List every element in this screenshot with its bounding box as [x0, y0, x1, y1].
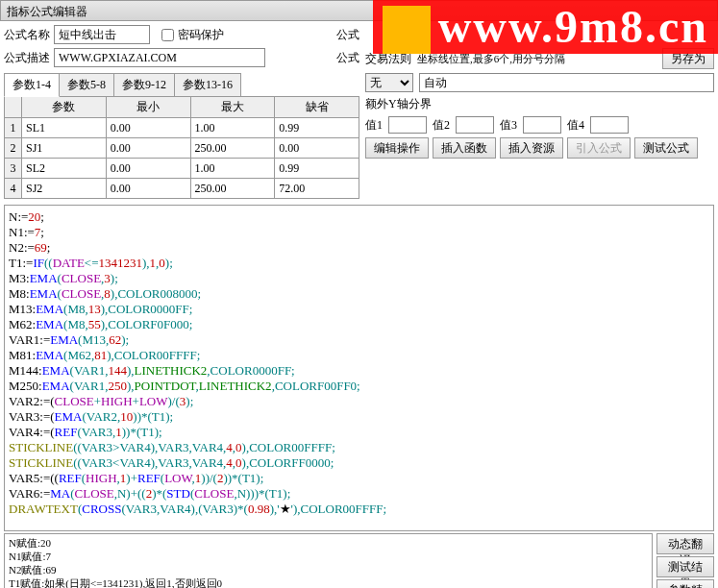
param-tab[interactable]: 参数13-16 [174, 73, 241, 97]
extra-y-label: 额外Y轴分界 [365, 96, 432, 112]
y-val2[interactable] [456, 116, 494, 134]
action-button-bar: 编辑操作插入函数插入资源引入公式测试公式 [365, 137, 714, 159]
formula-label-1: 公式 [336, 27, 359, 43]
action-button[interactable]: 测试公式 [634, 137, 698, 159]
param-cell-input[interactable] [191, 118, 275, 137]
param-cell-input[interactable] [107, 179, 190, 198]
action-button[interactable]: 插入资源 [500, 137, 563, 159]
param-cell-input[interactable] [275, 179, 359, 198]
param-cell-input[interactable] [22, 118, 106, 137]
trade-rule-select[interactable]: 无 [365, 73, 413, 92]
side-button[interactable]: 动态翻译 [656, 533, 714, 554]
param-cell-input[interactable] [275, 159, 359, 178]
watermark-logo [383, 6, 431, 54]
param-tabs: 参数1-4参数5-8参数9-12参数13-16 [4, 73, 359, 97]
formula-desc-label: 公式描述 [4, 50, 50, 66]
param-row: 4 [5, 179, 359, 199]
action-button[interactable]: 编辑操作 [365, 137, 429, 159]
param-cell-input[interactable] [107, 138, 190, 158]
formula-label-2: 公式 [336, 50, 359, 66]
code-editor[interactable]: N:=20;N1:=7;N2:=69;T1:=IF((DATE<=1341231… [4, 205, 714, 531]
param-cell-input[interactable] [107, 159, 190, 178]
side-button[interactable]: 测试结果 [656, 556, 714, 577]
side-button[interactable]: 参数精灵 [656, 579, 714, 588]
param-cell-input[interactable] [22, 138, 106, 158]
y-val3[interactable] [523, 116, 561, 134]
side-button-bar: 动态翻译测试结果参数精灵用法注释 [656, 533, 714, 588]
param-row: 1 [5, 118, 359, 138]
formula-desc-input[interactable] [54, 48, 265, 67]
param-row: 3 [5, 159, 359, 179]
action-button[interactable]: 引入公式 [567, 137, 631, 159]
param-tab[interactable]: 参数9-12 [113, 73, 175, 97]
param-cell-input[interactable] [22, 179, 106, 198]
param-cell-input[interactable] [107, 118, 190, 137]
password-protect-checkbox[interactable]: 密码保护 [161, 27, 224, 43]
param-cell-input[interactable] [275, 138, 359, 158]
output-panel: N赋值:20N1赋值:7N2赋值:69T1赋值:如果(日期<=1341231),… [4, 533, 653, 588]
y-val1[interactable] [388, 116, 427, 134]
param-cell-input[interactable] [191, 159, 275, 178]
y-val4[interactable] [590, 116, 629, 134]
param-row: 2 [5, 138, 359, 159]
param-cell-input[interactable] [191, 138, 275, 158]
formula-name-input[interactable] [54, 25, 150, 44]
trade-rule-auto-input[interactable] [419, 73, 714, 92]
param-cell-input[interactable] [191, 179, 275, 198]
param-tab[interactable]: 参数1-4 [4, 73, 60, 97]
window-title: 指标公式编辑器 [7, 5, 87, 18]
watermark: www.9m8.cn [373, 0, 718, 54]
param-table: 参数最小最大缺省 1234 [4, 96, 359, 199]
param-cell-input[interactable] [275, 118, 359, 137]
param-cell-input[interactable] [22, 159, 106, 178]
formula-name-label: 公式名称 [4, 27, 50, 43]
action-button[interactable]: 插入函数 [433, 137, 496, 159]
param-tab[interactable]: 参数5-8 [59, 73, 114, 97]
